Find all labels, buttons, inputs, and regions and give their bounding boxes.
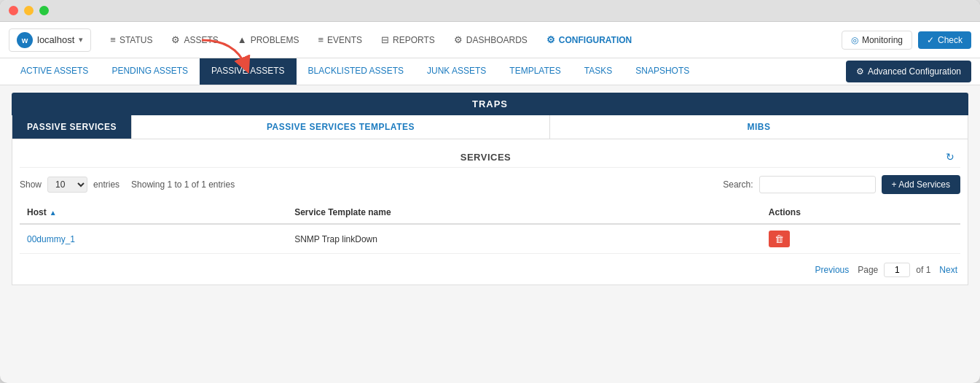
services-header: SERVICES ↻ bbox=[20, 147, 960, 168]
cell-actions: 🗑 bbox=[761, 224, 960, 254]
host-name: localhost bbox=[37, 34, 74, 45]
subtab-junk-assets[interactable]: JUNK ASSETS bbox=[415, 58, 498, 85]
subtabs: ACTIVE ASSETS PENDING ASSETS PASSIVE ASS… bbox=[0, 58, 980, 85]
section-header: TRAPS bbox=[12, 93, 968, 115]
delete-button[interactable]: 🗑 bbox=[769, 231, 790, 247]
pagination: Previous Page of 1 Next bbox=[20, 263, 960, 277]
refresh-button[interactable]: ↻ bbox=[946, 151, 954, 163]
table-row: 00dummy_1 SNMP Trap linkDown 🗑 bbox=[20, 224, 960, 254]
host-link[interactable]: 00dummy_1 bbox=[27, 234, 75, 244]
entries-select[interactable]: 10 25 50 100 bbox=[47, 177, 87, 193]
cell-host: 00dummy_1 bbox=[20, 224, 287, 254]
subtab-pending-assets[interactable]: PENDING ASSETS bbox=[100, 58, 200, 85]
add-services-button[interactable]: + Add Services bbox=[882, 175, 960, 194]
nav-configuration[interactable]: ⚙ CONFIGURATION bbox=[538, 30, 640, 50]
search-label: Search: bbox=[723, 179, 753, 190]
inner-tab-mibs[interactable]: MIBS bbox=[550, 115, 968, 139]
close-dot[interactable] bbox=[9, 6, 18, 15]
table-header: Host ▲ Service Template name Actions bbox=[20, 201, 960, 224]
nav-dashboards[interactable]: ⚙ DASHBOARDS bbox=[445, 30, 536, 50]
titlebar bbox=[0, 0, 980, 22]
subtab-snapshots[interactable]: SNAPSHOTS bbox=[624, 58, 701, 85]
subtab-active-assets[interactable]: ACTIVE ASSETS bbox=[9, 58, 100, 85]
services-panel: SERVICES ↻ Show 10 25 50 100 entries Sho… bbox=[12, 139, 968, 285]
showing-info: Showing 1 to 1 of 1 entries bbox=[131, 179, 235, 190]
subtab-passive-assets[interactable]: PASSIVE ASSETS bbox=[200, 58, 297, 85]
subtab-tasks[interactable]: TASKS bbox=[573, 58, 624, 85]
inner-tabs: PASSIVE SERVICES PASSIVE SERVICES TEMPLA… bbox=[12, 115, 968, 139]
col-host: Host ▲ bbox=[20, 201, 287, 224]
services-table: Host ▲ Service Template name Actions bbox=[20, 201, 960, 254]
table-body: 00dummy_1 SNMP Trap linkDown 🗑 bbox=[20, 224, 960, 254]
reports-icon: ⊟ bbox=[381, 34, 389, 45]
nav-right: ◎ Monitoring ✓ Check bbox=[842, 31, 971, 50]
minimize-dot[interactable] bbox=[24, 6, 34, 15]
sort-icon[interactable]: ▲ bbox=[50, 209, 57, 217]
entries-label: entries bbox=[93, 179, 119, 190]
col-actions: Actions bbox=[761, 201, 960, 224]
cell-service-template: SNMP Trap linkDown bbox=[287, 224, 761, 254]
main-content: TRAPS PASSIVE SERVICES PASSIVE SERVICES … bbox=[0, 85, 980, 293]
of-label: of 1 bbox=[916, 265, 930, 275]
next-button[interactable]: Next bbox=[936, 265, 960, 275]
nav-status[interactable]: ≡ STATUS bbox=[101, 30, 161, 50]
check-button[interactable]: ✓ Check bbox=[918, 31, 971, 49]
nav-assets[interactable]: ⚙ ASSETS bbox=[162, 30, 227, 50]
services-title: SERVICES bbox=[26, 152, 946, 163]
monitoring-icon: ◎ bbox=[851, 35, 858, 45]
maximize-dot[interactable] bbox=[39, 6, 49, 15]
subtab-templates[interactable]: TEMPLATES bbox=[498, 58, 572, 85]
col-service-template: Service Template name bbox=[287, 201, 761, 224]
show-label: Show bbox=[20, 179, 42, 190]
chevron-down-icon: ▾ bbox=[79, 35, 83, 45]
nav-problems[interactable]: ▲ PROBLEMS bbox=[229, 30, 308, 50]
host-icon: w bbox=[17, 32, 33, 48]
assets-icon: ⚙ bbox=[171, 34, 180, 45]
nav-items: ≡ STATUS ⚙ ASSETS ▲ PROBLEMS ≡ EVENTS ⊟ … bbox=[101, 30, 839, 50]
nav-events[interactable]: ≡ EVENTS bbox=[309, 30, 371, 50]
adv-config-icon: ⚙ bbox=[856, 66, 864, 77]
table-controls: Show 10 25 50 100 entries Showing 1 to 1… bbox=[20, 175, 960, 194]
status-icon: ≡ bbox=[110, 34, 116, 45]
check-icon: ✓ bbox=[927, 35, 934, 45]
inner-tab-passive-services-templates[interactable]: PASSIVE SERVICES TEMPLATES bbox=[132, 115, 550, 139]
search-section: Search: + Add Services bbox=[723, 175, 960, 194]
problems-icon: ▲ bbox=[238, 34, 247, 45]
advanced-configuration-button[interactable]: ⚙ Advanced Configuration bbox=[846, 61, 971, 82]
app-window: w localhost ▾ ≡ STATUS ⚙ ASSETS ▲ PROBLE… bbox=[0, 0, 980, 383]
previous-button[interactable]: Previous bbox=[812, 265, 852, 275]
configuration-icon: ⚙ bbox=[546, 34, 555, 45]
events-icon: ≡ bbox=[318, 34, 324, 45]
nav-reports[interactable]: ⊟ REPORTS bbox=[372, 30, 444, 50]
dashboards-icon: ⚙ bbox=[454, 34, 463, 45]
topbar: w localhost ▾ ≡ STATUS ⚙ ASSETS ▲ PROBLE… bbox=[0, 22, 980, 58]
search-input[interactable] bbox=[759, 176, 876, 193]
page-input[interactable] bbox=[884, 263, 910, 277]
page-label: Page bbox=[858, 265, 878, 275]
monitoring-button[interactable]: ◎ Monitoring bbox=[842, 31, 912, 50]
subtab-blacklisted-assets[interactable]: BLACKLISTED ASSETS bbox=[297, 58, 415, 85]
inner-tab-passive-services[interactable]: PASSIVE SERVICES bbox=[12, 115, 132, 139]
host-selector[interactable]: w localhost ▾ bbox=[9, 28, 91, 52]
